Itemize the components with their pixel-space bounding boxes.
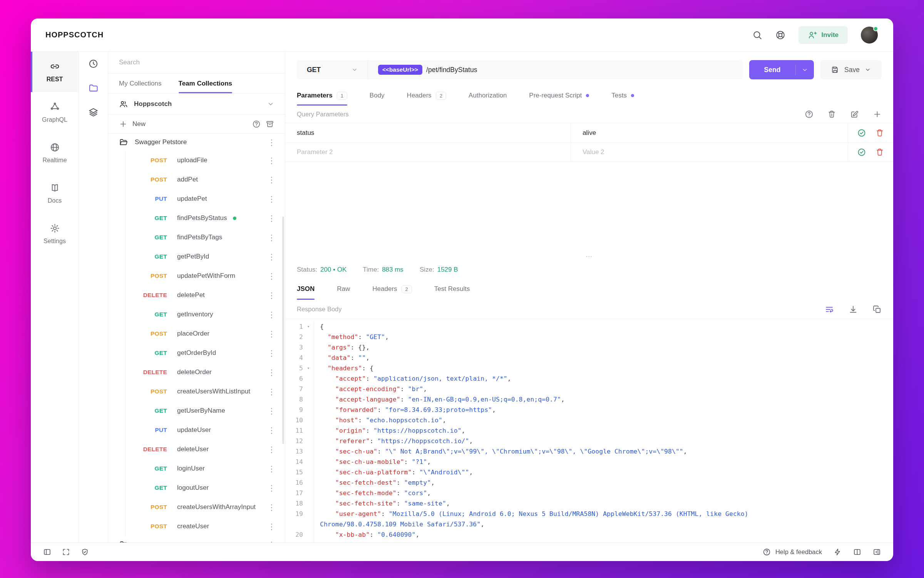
request-item[interactable]: POSTupdatePetWithForm⋮ xyxy=(126,266,285,286)
more-options-icon[interactable]: ⋮ xyxy=(268,445,276,454)
more-options-icon[interactable]: ⋮ xyxy=(268,330,276,338)
support-icon[interactable] xyxy=(775,30,785,40)
request-item[interactable]: GETfindPetsByTags⋮ xyxy=(126,228,285,247)
more-options-icon[interactable]: ⋮ xyxy=(268,176,276,184)
param-key-input[interactable]: Parameter 2 xyxy=(285,143,571,161)
request-item[interactable]: DELETEdeleteUser⋮ xyxy=(126,440,285,459)
clear-all-trash-icon[interactable] xyxy=(827,110,836,119)
request-item[interactable]: GETgetPetById⋮ xyxy=(126,247,285,266)
environments-layers-icon[interactable] xyxy=(88,107,99,118)
fold-arrow-icon[interactable]: ▾ xyxy=(303,363,314,373)
more-options-icon[interactable]: ⋮ xyxy=(268,156,276,165)
save-button[interactable]: Save xyxy=(820,60,882,79)
search-icon[interactable] xyxy=(752,30,762,40)
search-input[interactable] xyxy=(119,59,274,66)
help-circle-icon[interactable] xyxy=(252,120,261,128)
import-export-icon[interactable] xyxy=(266,120,274,128)
tab-json[interactable]: JSON xyxy=(297,278,315,300)
nav-item-settings[interactable]: Settings xyxy=(31,213,79,254)
more-options-icon[interactable]: ⋮ xyxy=(268,465,276,473)
request-item[interactable]: GETgetUserByName⋮ xyxy=(126,401,285,420)
send-options-chevron-icon[interactable] xyxy=(795,65,814,75)
url-input[interactable]: <<baseUrl>> /pet/findByStatus xyxy=(368,65,743,75)
request-item[interactable]: POSTaddPet⋮ xyxy=(126,170,285,189)
param-value-input[interactable]: Value 2 xyxy=(571,143,848,161)
new-collection-button[interactable]: New xyxy=(132,120,146,128)
collections-folder-icon[interactable] xyxy=(88,83,99,93)
edit-icon[interactable] xyxy=(850,110,859,119)
response-body-code[interactable]: 1▾{2 "method": "GET",3 "args": {},4 "dat… xyxy=(285,319,893,543)
split-columns-icon[interactable] xyxy=(853,548,861,556)
more-options-icon[interactable]: ⋮ xyxy=(268,253,276,261)
more-options-icon[interactable]: ⋮ xyxy=(268,503,276,511)
more-options-icon[interactable]: ⋮ xyxy=(268,311,276,319)
tab-my-collections[interactable]: My Collections xyxy=(119,74,162,93)
request-item[interactable]: DELETEdeletePet⋮ xyxy=(126,286,285,305)
request-item[interactable]: GETgetOrderById⋮ xyxy=(126,343,285,363)
invite-button[interactable]: Invite xyxy=(798,26,848,44)
tab-parameters[interactable]: Parameters 1 xyxy=(297,86,347,106)
request-item[interactable]: GETlogoutUser⋮ xyxy=(126,478,285,497)
tab-body[interactable]: Body xyxy=(370,86,385,106)
request-item[interactable]: DELETEdeleteOrder⋮ xyxy=(126,363,285,382)
tab-team-collections[interactable]: Team Collections xyxy=(179,74,233,93)
more-options-icon[interactable]: ⋮ xyxy=(268,291,276,299)
more-options-icon[interactable]: ⋮ xyxy=(268,484,276,492)
collection-folder-partial[interactable]: ⋮ xyxy=(108,536,285,543)
scrollbar-thumb[interactable] xyxy=(282,217,284,444)
request-item[interactable]: POSTplaceOrder⋮ xyxy=(126,324,285,343)
more-options-icon[interactable]: ⋮ xyxy=(268,523,276,531)
request-item[interactable]: PUTupdateUser⋮ xyxy=(126,420,285,440)
help-feedback-button[interactable]: Help & feedback xyxy=(763,548,822,556)
more-options-icon[interactable]: ⋮ xyxy=(268,272,276,280)
tab-response-headers[interactable]: Headers 2 xyxy=(372,278,412,300)
tab-headers[interactable]: Headers 2 xyxy=(407,86,447,106)
more-options-icon[interactable]: ⋮ xyxy=(268,426,276,434)
copy-icon[interactable] xyxy=(872,305,882,314)
more-options-icon[interactable]: ⋮ xyxy=(268,349,276,357)
param-value-input[interactable]: alive xyxy=(571,123,848,142)
param-enabled-check-icon[interactable] xyxy=(857,128,866,138)
more-options-icon[interactable]: ⋮ xyxy=(268,195,276,203)
download-icon[interactable] xyxy=(849,305,858,314)
nav-item-rest[interactable]: REST xyxy=(31,52,79,92)
request-item[interactable]: PUTupdatePet⋮ xyxy=(126,189,285,208)
pane-resize-handle[interactable]: ⋯ xyxy=(285,251,893,261)
request-item[interactable]: GETloginUser⋮ xyxy=(126,459,285,478)
param-delete-icon[interactable] xyxy=(875,128,884,138)
more-options-icon[interactable]: ⋮ xyxy=(268,388,276,396)
wrap-lines-icon[interactable] xyxy=(825,305,834,314)
request-item[interactable]: POSTcreateUser⋮ xyxy=(126,517,285,536)
toggle-sidebar-icon[interactable] xyxy=(43,548,51,556)
shortcuts-lightning-icon[interactable] xyxy=(834,548,842,556)
base-url-variable-chip[interactable]: <<baseUrl>> xyxy=(378,65,422,75)
more-options-icon[interactable]: ⋮ xyxy=(268,368,276,376)
param-delete-icon[interactable] xyxy=(875,148,884,157)
request-item[interactable]: POSTcreateUsersWithListInput⋮ xyxy=(126,382,285,401)
tab-tests[interactable]: Tests xyxy=(611,86,634,106)
add-parameter-icon[interactable] xyxy=(873,110,882,119)
nav-item-graphql[interactable]: GraphQL xyxy=(31,92,79,133)
more-options-icon[interactable]: ⋮ xyxy=(268,214,276,222)
param-key-input[interactable]: status xyxy=(285,123,571,142)
collapse-right-panel-icon[interactable] xyxy=(873,548,881,556)
history-icon[interactable] xyxy=(88,59,99,69)
shield-check-icon[interactable] xyxy=(81,548,89,556)
more-options-icon[interactable]: ⋮ xyxy=(268,234,276,242)
request-item[interactable]: POSTuploadFile⋮ xyxy=(126,151,285,170)
send-button[interactable]: Send xyxy=(749,60,814,79)
more-options-icon[interactable]: ⋮ xyxy=(268,138,276,146)
more-options-icon[interactable]: ⋮ xyxy=(268,541,276,543)
fullscreen-icon[interactable] xyxy=(62,548,70,556)
help-circle-icon[interactable] xyxy=(805,110,814,119)
tab-raw[interactable]: Raw xyxy=(337,278,350,300)
more-options-icon[interactable]: ⋮ xyxy=(268,407,276,415)
method-select[interactable]: GET xyxy=(297,60,368,79)
nav-item-realtime[interactable]: Realtime xyxy=(31,133,79,173)
request-item[interactable]: POSTcreateUsersWithArrayInput⋮ xyxy=(126,497,285,517)
avatar[interactable] xyxy=(861,27,878,44)
tab-authorization[interactable]: Authorization xyxy=(469,86,507,106)
tab-test-results[interactable]: Test Results xyxy=(434,278,470,300)
request-item[interactable]: GETfindPetsByStatus⋮ xyxy=(126,208,285,228)
request-item[interactable]: GETgetInventory⋮ xyxy=(126,305,285,324)
